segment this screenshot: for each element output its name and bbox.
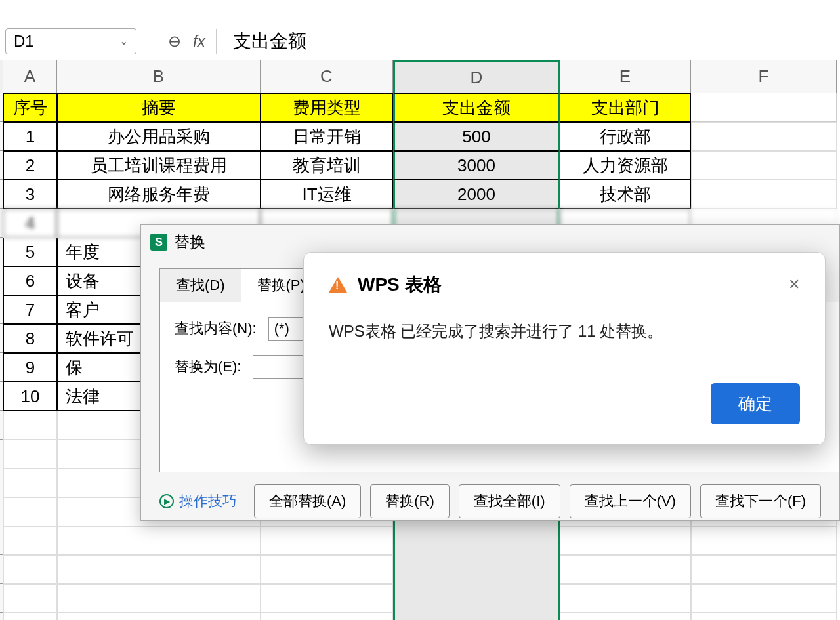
col-header-B[interactable]: B bbox=[57, 60, 261, 93]
dialog-title: 替换 bbox=[174, 232, 205, 253]
cell[interactable]: 1 bbox=[3, 122, 57, 151]
cell[interactable]: 5 bbox=[3, 238, 57, 266]
cell[interactable]: 9 bbox=[3, 353, 57, 382]
tab-find[interactable]: 查找(D) bbox=[159, 268, 241, 302]
find-all-button[interactable]: 查找全部(I) bbox=[459, 484, 560, 518]
header-dept[interactable]: 支出部门 bbox=[560, 93, 691, 122]
header-amount[interactable]: 支出金额 bbox=[393, 93, 560, 122]
header-type[interactable]: 费用类型 bbox=[261, 93, 393, 122]
col-header-A[interactable]: A bbox=[3, 60, 57, 93]
formula-controls: ⊖ fx bbox=[168, 32, 205, 51]
replace-all-button[interactable]: 全部替换(A) bbox=[254, 484, 361, 518]
table-row bbox=[0, 613, 840, 620]
find-prev-button[interactable]: 查找上一个(V) bbox=[570, 484, 691, 518]
table-row bbox=[0, 555, 840, 584]
table-row: 2 员工培训课程费用 教育培训 3000 人力资源部 bbox=[0, 151, 840, 180]
column-headers: A B C D E F bbox=[0, 60, 840, 93]
table-row: 3 网络服务年费 IT运维 2000 技术部 bbox=[0, 180, 840, 209]
formula-input[interactable]: 支出金额 bbox=[216, 29, 306, 54]
cell[interactable]: 教育培训 bbox=[261, 151, 393, 180]
cell[interactable]: 6 bbox=[3, 266, 57, 295]
cell[interactable]: 3 bbox=[3, 180, 57, 209]
cell[interactable]: 10 bbox=[3, 382, 57, 411]
replace-label: 替换为(E): bbox=[175, 357, 241, 377]
close-icon[interactable]: ✕ bbox=[788, 276, 800, 293]
cell[interactable] bbox=[691, 122, 837, 151]
replace-button[interactable]: 替换(R) bbox=[370, 484, 450, 518]
cell[interactable]: 行政部 bbox=[560, 122, 691, 151]
table-header-row: 序号 摘要 费用类型 支出金额 支出部门 bbox=[0, 93, 840, 122]
cell[interactable]: 技术部 bbox=[560, 180, 691, 209]
cell[interactable]: 员工培训课程费用 bbox=[57, 151, 261, 180]
tips-label: 操作技巧 bbox=[179, 491, 237, 511]
col-header-C[interactable]: C bbox=[261, 60, 393, 93]
message-title: WPS 表格 bbox=[358, 272, 442, 297]
cell-name-box[interactable]: D1 ⌄ bbox=[5, 28, 136, 54]
cell[interactable]: 7 bbox=[3, 295, 57, 324]
table-row: 1 办公用品采购 日常开销 500 行政部 bbox=[0, 122, 840, 151]
cell-reference: D1 bbox=[14, 32, 34, 51]
cell[interactable] bbox=[691, 180, 837, 209]
play-icon: ▶ bbox=[159, 494, 174, 508]
find-label: 查找内容(N): bbox=[175, 319, 257, 339]
ok-button[interactable]: 确定 bbox=[711, 383, 800, 424]
find-next-button[interactable]: 查找下一个(F) bbox=[700, 484, 821, 518]
cell[interactable]: 3000 bbox=[393, 151, 560, 180]
cell[interactable] bbox=[691, 151, 837, 180]
message-body: WPS表格 已经完成了搜索并进行了 11 处替换。 bbox=[329, 321, 800, 342]
table-row bbox=[0, 526, 840, 555]
chevron-down-icon[interactable]: ⌄ bbox=[119, 35, 128, 47]
col-header-D[interactable]: D bbox=[393, 60, 560, 93]
cell[interactable]: 2 bbox=[3, 151, 57, 180]
fx-icon[interactable]: fx bbox=[193, 32, 205, 51]
cell[interactable]: IT运维 bbox=[261, 180, 393, 209]
formula-bar: D1 ⌄ ⊖ fx 支出金额 bbox=[0, 22, 840, 60]
cell[interactable]: 8 bbox=[3, 324, 57, 353]
cell[interactable]: 网络服务年费 bbox=[57, 180, 261, 209]
dialog-footer: ▶ 操作技巧 全部替换(A) 替换(R) 查找全部(I) 查找上一个(V) 查找… bbox=[141, 472, 839, 530]
cell[interactable]: 办公用品采购 bbox=[57, 122, 261, 151]
col-header-E[interactable]: E bbox=[560, 60, 691, 93]
cell[interactable]: 2000 bbox=[393, 180, 560, 209]
operation-tips-link[interactable]: ▶ 操作技巧 bbox=[159, 491, 237, 511]
cancel-icon[interactable]: ⊖ bbox=[168, 32, 181, 51]
col-header-F[interactable]: F bbox=[691, 60, 837, 93]
header-summary[interactable]: 摘要 bbox=[57, 93, 261, 122]
cell[interactable]: 日常开销 bbox=[261, 122, 393, 151]
cell[interactable]: 500 bbox=[393, 122, 560, 151]
cell-F1[interactable] bbox=[691, 93, 837, 122]
header-seq[interactable]: 序号 bbox=[3, 93, 57, 122]
warning-icon bbox=[329, 277, 347, 293]
message-dialog: WPS 表格 ✕ WPS表格 已经完成了搜索并进行了 11 处替换。 确定 bbox=[303, 252, 826, 445]
wps-s-icon: S bbox=[150, 234, 167, 251]
cell[interactable]: 人力资源部 bbox=[560, 151, 691, 180]
message-title-row: WPS 表格 bbox=[329, 272, 442, 297]
message-header: WPS 表格 ✕ bbox=[329, 272, 800, 297]
cell[interactable]: 4 bbox=[3, 209, 57, 238]
table-row bbox=[0, 584, 840, 613]
